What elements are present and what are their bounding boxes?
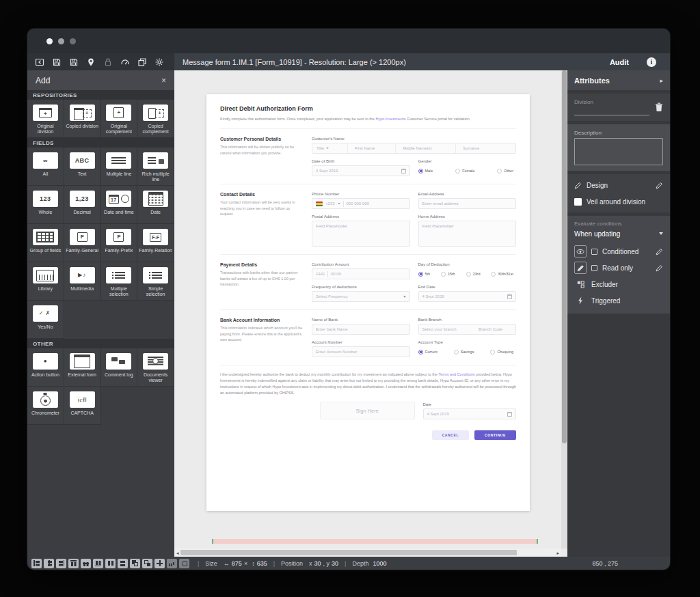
tile-multimedia[interactable]: ▶♪Multimedia <box>64 262 101 301</box>
continue-button[interactable]: CONTINUE <box>474 430 516 440</box>
radio-savings[interactable]: Savings <box>454 350 474 355</box>
vertical-scrollbar[interactable] <box>561 70 567 549</box>
readonly-pencil-icon[interactable] <box>574 262 587 274</box>
distribute-vertical-icon[interactable] <box>118 559 128 568</box>
veil-row[interactable]: Veil around division <box>574 193 663 210</box>
dob-input[interactable]: 4 Sept 2019 <box>312 165 410 176</box>
align-left-icon[interactable] <box>31 559 42 568</box>
name-part-2[interactable]: Middle Name(s) <box>399 143 456 153</box>
tile-multiple-line[interactable]: Multiple line <box>101 148 138 186</box>
terms-link[interactable]: Terms and Conditions <box>438 372 474 376</box>
window-maximize-button[interactable] <box>70 38 76 44</box>
end-date-input[interactable]: 4 Sept 2019 <box>418 291 517 302</box>
tile-multiple-selection[interactable]: Multiple selection <box>101 262 138 301</box>
edit-conditioned-icon[interactable] <box>656 248 663 255</box>
size-height-value[interactable]: 635 <box>257 560 267 567</box>
lock-icon[interactable] <box>101 55 114 68</box>
tile-family-general[interactable]: FFamily-General <box>64 224 101 262</box>
sign-date-input[interactable]: 4 Sept 2019 <box>423 408 517 419</box>
depth-value[interactable]: 1000 <box>373 560 386 567</box>
description-input[interactable] <box>574 138 663 165</box>
window-minimize-button[interactable] <box>58 38 64 44</box>
frequency-select[interactable]: Select Frequency <box>312 291 410 302</box>
tile-original-complement[interactable]: Original complement <box>101 100 138 138</box>
info-icon[interactable]: i <box>647 57 656 67</box>
shape-icon[interactable] <box>179 559 189 568</box>
vertical-scroll-thumb[interactable] <box>562 70 567 443</box>
position-y-value[interactable]: 30 <box>332 560 338 567</box>
tile-action-button[interactable]: ●Action button <box>27 348 64 387</box>
name-part-3[interactable]: Surname <box>459 143 515 153</box>
customer-name-input[interactable]: TitleFirst NameMiddle Name(s)Surname <box>312 143 516 154</box>
readonly-checkbox[interactable] <box>591 265 597 271</box>
align-right-icon[interactable] <box>56 559 66 568</box>
tile-all[interactable]: ∞All <box>27 148 64 186</box>
position-x-value[interactable]: 30 <box>314 560 321 567</box>
radio-23rd[interactable]: 23rd <box>466 272 481 277</box>
postal-address-input[interactable]: Field Placeholder <box>312 221 410 247</box>
eye-icon[interactable] <box>574 245 587 258</box>
scroll-right-arrow[interactable]: ▸ <box>556 551 559 555</box>
save-icon[interactable] <box>50 55 63 68</box>
division-input[interactable] <box>574 105 649 115</box>
back-icon[interactable] <box>33 55 46 68</box>
tile-yes-no[interactable]: ✓✗Yes/No <box>27 301 64 339</box>
chart-icon[interactable] <box>167 559 177 568</box>
window-close-button[interactable] <box>46 38 53 44</box>
form-page[interactable]: Direct Debit Authorization Form Kindly c… <box>206 94 530 511</box>
tile-simple-selection[interactable]: Simple selection <box>137 262 174 301</box>
edit-design-icon[interactable] <box>656 182 663 189</box>
distribute-horizontal-icon[interactable] <box>105 559 116 568</box>
tile-decimal[interactable]: 1,23Decimal <box>64 186 101 224</box>
tile-date-time[interactable]: 17Date and time <box>101 186 138 224</box>
radio-female[interactable]: Female <box>455 169 474 173</box>
tile-comment-log[interactable]: Comment log <box>101 348 138 387</box>
veil-checkbox[interactable] <box>574 198 582 206</box>
excluder-row[interactable]: Excluder <box>574 276 663 292</box>
edit-readonly-icon[interactable] <box>656 264 663 272</box>
tile-copied-complement[interactable]: Copied complement <box>137 100 174 138</box>
save-all-icon[interactable] <box>67 55 80 68</box>
tile-group-fields[interactable]: Group of fields <box>27 224 64 262</box>
tile-documents-viewer[interactable]: Documents viewer <box>137 348 174 387</box>
radio-other[interactable]: Other <box>497 169 513 173</box>
align-center-icon[interactable] <box>44 559 54 568</box>
bank-branch-input[interactable]: Select your branch Branch Code <box>418 324 517 335</box>
close-icon[interactable]: × <box>161 76 166 85</box>
settings-icon[interactable] <box>152 55 165 68</box>
tile-text[interactable]: ABCText <box>64 148 101 186</box>
contribution-amount-input[interactable]: GHS 00.00 <box>312 268 410 279</box>
send-to-back-icon[interactable] <box>142 559 152 568</box>
readonly-row[interactable]: Read only <box>574 260 663 276</box>
size-width-value[interactable]: 875 <box>232 560 242 567</box>
radio-30th-31st[interactable]: 30th/31st <box>491 272 513 277</box>
horizontal-scrollbar[interactable]: ◂ ▸ <box>174 549 561 557</box>
conditioned-checkbox[interactable] <box>591 249 597 255</box>
radio-current[interactable]: Current <box>418 350 438 355</box>
email-input[interactable]: Enter email address <box>418 198 517 209</box>
horizontal-scroll-thumb[interactable] <box>180 550 517 555</box>
evaluate-conditions-select[interactable]: When updating <box>574 227 663 240</box>
scroll-left-arrow[interactable]: ◂ <box>176 551 179 555</box>
align-bottom-icon[interactable] <box>93 559 103 568</box>
triggered-row[interactable]: Triggered <box>574 292 663 309</box>
tile-chronometer[interactable]: Chronometer <box>27 387 64 425</box>
signature-field[interactable]: Sign Here <box>320 402 415 419</box>
audit-button[interactable]: Audit <box>610 58 629 66</box>
delete-division-icon[interactable] <box>655 102 663 112</box>
align-top-icon[interactable] <box>68 559 79 568</box>
tile-date[interactable]: Date <box>137 186 174 224</box>
conditioned-row[interactable]: Conditioned <box>574 243 663 260</box>
tile-captcha[interactable]: icBCAPTCHA <box>64 387 101 425</box>
name-part-1[interactable]: First Name <box>351 143 396 153</box>
cancel-button[interactable]: CANCEL <box>432 430 469 440</box>
tile-family-relation[interactable]: F-FFamily-Relation <box>137 224 174 262</box>
location-icon[interactable] <box>84 55 97 68</box>
design-row[interactable]: Design <box>574 177 663 193</box>
phone-input[interactable]: +233 000 000 000 <box>312 198 410 209</box>
radio-15th[interactable]: 15th <box>441 272 455 277</box>
collapse-panel-icon[interactable]: ▸ <box>660 77 663 84</box>
tile-rich-multiple-line[interactable]: Rich multiple line <box>137 148 174 186</box>
tile-copied-division[interactable]: Copied division <box>64 100 101 138</box>
tile-original-division[interactable]: Original division <box>27 100 64 138</box>
